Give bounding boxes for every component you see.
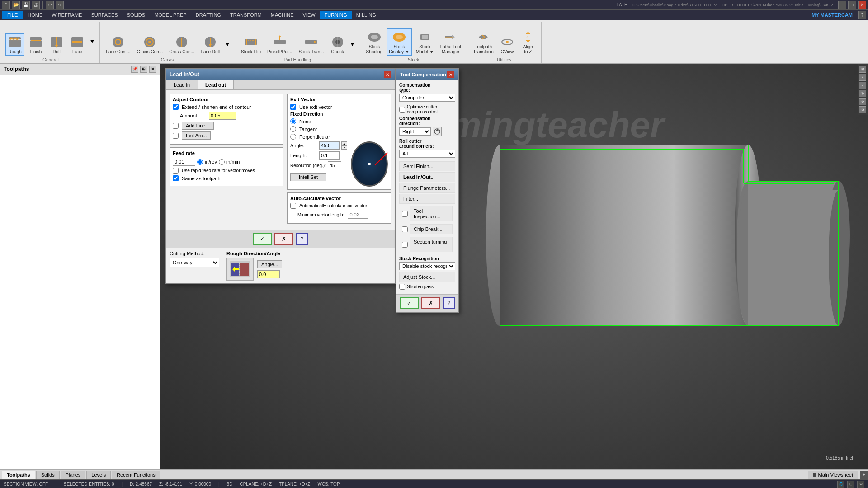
zoom-in-btn[interactable]: + xyxy=(859,74,866,81)
open-btn[interactable]: 📂 xyxy=(12,1,20,9)
ribbon-btn-face-drill[interactable]: Face Drill xyxy=(198,33,222,56)
menu-solids[interactable]: SOLIDS xyxy=(123,11,150,19)
dir-none-radio[interactable] xyxy=(290,118,296,124)
amount-input[interactable] xyxy=(209,112,236,120)
menu-file[interactable]: FILE xyxy=(2,11,23,19)
ribbon-btn-stock-flip[interactable]: Stock Flip xyxy=(239,33,263,56)
use-exit-vector-checkbox[interactable] xyxy=(290,104,296,110)
extend-shorten-checkbox[interactable] xyxy=(173,104,179,110)
pan-btn[interactable]: ✥ xyxy=(859,98,866,105)
redo-btn[interactable]: ↪ xyxy=(56,1,64,9)
roll-cutter-select[interactable]: All Sharp corners None xyxy=(399,150,455,158)
ribbon-btn-align-to-z[interactable]: Z Alignto Z xyxy=(519,28,538,56)
ribbon-btn-stock-model[interactable]: StockModel ▼ xyxy=(414,28,436,56)
same-as-toolpath-checkbox[interactable] xyxy=(173,175,179,181)
add-viewsheet-btn[interactable]: + xyxy=(860,471,868,479)
tool-inspection-checkbox[interactable] xyxy=(402,211,408,217)
ribbon-btn-face-cont[interactable]: Face Cont... xyxy=(104,33,132,56)
rotate-btn[interactable]: ↻ xyxy=(859,90,866,97)
compass-widget[interactable] xyxy=(351,141,388,187)
menu-home[interactable]: HOME xyxy=(23,11,47,19)
general-expand-btn[interactable]: ▼ xyxy=(89,34,96,48)
ribbon-btn-stock-tran[interactable]: Stock Tran... xyxy=(296,33,326,56)
tool-comp-cancel-btn[interactable]: ✗ xyxy=(421,297,440,309)
angle-down-btn[interactable]: ▼ xyxy=(341,145,347,150)
ribbon-btn-chuck[interactable]: Chuck xyxy=(328,33,347,56)
ribbon-btn-lathe-tool-mgr[interactable]: Lathe ToolManager xyxy=(438,28,463,56)
menu-model-prep[interactable]: MODEL PREP xyxy=(150,11,191,19)
ribbon-btn-face[interactable]: Face xyxy=(68,33,87,56)
ribbon-btn-caxis-cont[interactable]: C-axis Con... xyxy=(134,33,165,56)
save-btn[interactable]: 💾 xyxy=(22,1,30,9)
menu-transform[interactable]: TRANSFORM xyxy=(226,11,266,19)
tab-solids[interactable]: Solids xyxy=(36,471,60,479)
menu-surfaces[interactable]: SURFACES xyxy=(86,11,122,19)
comp-dir-select[interactable]: Right Left xyxy=(399,127,431,136)
ribbon-btn-finish[interactable]: Finish xyxy=(26,33,45,56)
menu-view[interactable]: VIEW xyxy=(298,11,320,19)
status-expand-btn[interactable]: ⊞ xyxy=(847,481,854,488)
lead-help-btn[interactable]: ? xyxy=(296,233,308,245)
zoom-out-btn[interactable]: − xyxy=(859,82,866,89)
minimize-btn[interactable]: ─ xyxy=(838,1,846,9)
ribbon-btn-toolpath-transform[interactable]: ToolpathTransform xyxy=(471,28,496,56)
exit-arc-btn[interactable]: Exit Arc... xyxy=(182,131,211,140)
feed-rate-input[interactable] xyxy=(173,158,195,166)
semi-finish-btn[interactable]: Semi Finish... xyxy=(399,161,455,171)
rapid-feed-checkbox[interactable] xyxy=(173,168,179,174)
tool-comp-titlebar[interactable]: Tool Compensation ✕ xyxy=(396,69,458,80)
menu-machine[interactable]: MACHINE xyxy=(266,11,298,19)
lead-cancel-btn[interactable]: ✗ xyxy=(274,233,293,245)
lead-dialog-close[interactable]: ✕ xyxy=(384,71,391,78)
tool-inspection-btn[interactable]: Tool Inspection... xyxy=(410,206,453,221)
intelliset-btn[interactable]: IntelliSet xyxy=(290,173,326,181)
ribbon-btn-rough[interactable]: Rough xyxy=(5,33,24,56)
tool-comp-help-btn[interactable]: ? xyxy=(443,297,455,309)
auto-calc-checkbox[interactable] xyxy=(290,203,296,209)
caxis-expand-btn[interactable]: ▼ xyxy=(224,40,231,48)
panel-close-btn[interactable]: ✕ xyxy=(149,66,156,73)
zoom-fit-btn[interactable]: ⊞ xyxy=(859,66,866,73)
ribbon-btn-pickoff[interactable]: Pickoff/Pul... xyxy=(265,33,294,56)
menu-turning[interactable]: TURNING xyxy=(320,11,352,19)
tab-levels[interactable]: Levels xyxy=(86,471,111,479)
new-btn[interactable]: 🗋 xyxy=(2,1,10,9)
help-icon[interactable]: ? xyxy=(858,11,866,19)
angle-btn[interactable]: Angle... xyxy=(257,260,282,268)
menu-drafting[interactable]: DRAFTING xyxy=(191,11,226,19)
tab-lead-in[interactable]: Lead in xyxy=(166,80,198,89)
angle-input[interactable] xyxy=(319,141,340,150)
comp-dir-icon[interactable] xyxy=(433,127,442,136)
maximize-btn[interactable]: □ xyxy=(848,1,856,9)
angle-up-btn[interactable]: ▲ xyxy=(341,141,347,145)
view-cfg-btn[interactable]: ⚙ xyxy=(859,106,866,113)
shorten-pass-checkbox[interactable] xyxy=(399,284,405,290)
status-globe-btn[interactable]: 🌐 xyxy=(837,481,844,488)
adjust-stock-btn[interactable]: Adjust Stock... xyxy=(399,272,455,282)
add-line-btn[interactable]: Add Line... xyxy=(182,122,214,130)
tab-toolpaths[interactable]: Toolpaths xyxy=(2,471,35,479)
plunge-params-btn[interactable]: Plunge Parameters... xyxy=(399,183,455,193)
tool-comp-close[interactable]: ✕ xyxy=(447,71,454,78)
ribbon-btn-cview[interactable]: CView xyxy=(498,33,517,56)
resolution-input[interactable] xyxy=(328,161,341,169)
section-turning-btn[interactable]: Section turning - xyxy=(410,237,453,252)
lead-dialog-titlebar[interactable]: Lead In/Out ✕ xyxy=(166,69,395,80)
tab-recent-functions[interactable]: Recent Functions xyxy=(112,471,160,479)
ribbon-btn-drill[interactable]: Drill xyxy=(47,33,66,56)
tool-comp-ok-btn[interactable]: ✓ xyxy=(400,297,419,309)
panel-float-btn[interactable]: ⊞ xyxy=(140,66,147,73)
part-handling-expand-btn[interactable]: ▼ xyxy=(349,40,356,48)
dir-perpendicular-radio[interactable] xyxy=(290,134,296,140)
chip-break-checkbox[interactable] xyxy=(402,226,408,232)
lead-inout-btn[interactable]: Lead In/Out... xyxy=(399,172,455,182)
stock-recognition-select[interactable]: Disable stock recognition Enable stock r… xyxy=(399,262,455,270)
chip-break-btn[interactable]: Chip Break... xyxy=(410,224,453,234)
add-line-checkbox[interactable] xyxy=(173,123,179,129)
cutting-method-select[interactable]: One way Zig-zag Constant overlap spiral xyxy=(170,258,219,267)
section-turning-checkbox[interactable] xyxy=(402,242,408,248)
ribbon-btn-stock-display[interactable]: StockDisplay ▼ xyxy=(387,28,411,56)
print-btn[interactable]: 🖨 xyxy=(32,1,40,9)
rough-angle-input[interactable] xyxy=(257,270,280,278)
tab-main-viewsheet[interactable]: Main Viewsheet xyxy=(808,471,858,479)
